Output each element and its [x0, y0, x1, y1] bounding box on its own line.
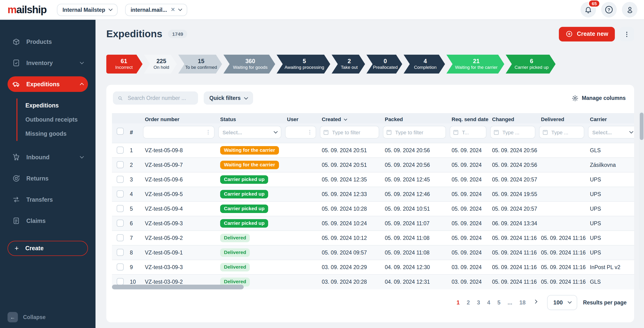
packed-cell: 05. 09. 2024 20:56: [381, 143, 448, 158]
horizontal-scrollbar-thumb[interactable]: [112, 284, 244, 289]
notifications-button[interactable]: 65: [580, 2, 596, 18]
pipeline-step[interactable]: 360Waiting for goods: [224, 55, 275, 74]
row-checkbox[interactable]: [116, 234, 124, 241]
filter-status-select[interactable]: Select...: [218, 126, 281, 138]
row-checkbox[interactable]: [116, 278, 124, 285]
row-checkbox[interactable]: [116, 161, 124, 168]
row-checkbox[interactable]: [116, 146, 124, 153]
user-cell: [283, 231, 318, 245]
main-content: Expeditions 1749 Create new ⋮ 61Incorrec…: [96, 20, 644, 328]
sidebar-item-products[interactable]: Products: [8, 34, 88, 50]
pipeline-step[interactable]: 225On hold: [144, 55, 177, 74]
column-header-user[interactable]: User: [283, 113, 318, 123]
page-number[interactable]: 3: [477, 299, 480, 306]
sidebar-item-expeditions[interactable]: Expeditions: [8, 76, 88, 92]
column-header-carrier[interactable]: Carrier: [586, 113, 634, 123]
delivered-cell: [537, 158, 586, 172]
filter-order-number[interactable]: ⋮: [143, 126, 214, 138]
page-actions-menu-button[interactable]: ⋮: [620, 27, 634, 41]
pipeline-step[interactable]: 0Preallocated: [366, 55, 402, 74]
filter-packed-date[interactable]: [383, 126, 446, 138]
row-checkbox[interactable]: [116, 249, 124, 256]
page-number[interactable]: 4: [487, 299, 490, 306]
sidebar-subitem-missing-goods[interactable]: Missing goods: [18, 127, 96, 141]
table-row[interactable]: 2 VZ-test-05-09-7 Waiting for the carrie…: [112, 158, 634, 172]
table-row[interactable]: 4 VZ-test-05-09-5 Carrier picked up 05. …: [112, 187, 634, 202]
pipeline-step[interactable]: 5Awaiting processing: [276, 55, 330, 74]
row-checkbox[interactable]: [116, 176, 124, 183]
horizontal-scrollbar[interactable]: [112, 284, 628, 289]
column-header-created[interactable]: Created: [318, 113, 381, 123]
calendar-icon: [454, 130, 458, 134]
sidebar-subitem-outbound-receipts[interactable]: Outbound receipts: [18, 113, 96, 127]
quick-filters-button[interactable]: Quick filters: [204, 91, 253, 105]
filter-req-send-date[interactable]: [450, 126, 486, 138]
vertical-scrollbar-thumb[interactable]: [640, 113, 643, 140]
row-checkbox[interactable]: [116, 205, 124, 212]
changed-cell: 05. 09. 2024 19:55: [488, 187, 537, 202]
filter-changed-date[interactable]: [490, 126, 535, 138]
sidebar-item-transfers[interactable]: Transfers: [8, 192, 88, 207]
help-button[interactable]: ?: [601, 2, 617, 18]
vertical-scrollbar[interactable]: [639, 111, 644, 290]
changed-cell: 05. 09. 2024 11:16: [488, 260, 537, 274]
table-row[interactable]: 5 VZ-test-05-09-4 Carrier picked up 05. …: [112, 202, 634, 216]
search-input[interactable]: [127, 95, 193, 101]
clear-icon[interactable]: ✕: [171, 7, 175, 12]
pipeline-step[interactable]: 15To be confirmed: [178, 55, 222, 74]
organization-select[interactable]: Internal Mailstep: [57, 4, 118, 16]
order-number-cell: VZ-test-05-09-1: [141, 245, 216, 260]
account-button[interactable]: [622, 2, 638, 18]
column-header-changed[interactable]: Changed: [488, 113, 537, 123]
page-number[interactable]: 5: [497, 299, 500, 306]
create-new-button[interactable]: Create new: [559, 27, 615, 41]
table-row[interactable]: 7 VZ-test-05-09-2 Delivered 05. 09. 2024…: [112, 231, 634, 245]
sidebar-create-button[interactable]: + Create: [8, 241, 88, 256]
column-header-req-send-date[interactable]: Req. send date: [448, 113, 488, 123]
row-checkbox[interactable]: [116, 263, 124, 270]
sidebar-subitem-expeditions[interactable]: Expeditions: [18, 98, 96, 113]
row-checkbox[interactable]: [116, 190, 124, 197]
sidebar-item-inventory[interactable]: Inventory: [8, 55, 88, 71]
status-badge: Delivered: [220, 263, 250, 271]
status-badge: Delivered: [220, 234, 250, 242]
column-header-order-number[interactable]: Order number: [141, 113, 216, 123]
pipeline-step[interactable]: 4Completion: [404, 55, 445, 74]
column-header-packed[interactable]: Packed: [381, 113, 448, 123]
req-send-date-cell: 05. 09. 2024: [448, 143, 488, 158]
carrier-cell: UPS: [586, 187, 634, 202]
page-number[interactable]: 18: [519, 299, 526, 306]
filter-user[interactable]: ⋮: [285, 126, 316, 138]
sidebar-item-returns[interactable]: Returns: [8, 171, 88, 186]
question-icon: ?: [604, 5, 614, 15]
sidebar-item-claims[interactable]: Claims: [8, 213, 88, 229]
environment-select[interactable]: internal.mail... ✕: [125, 4, 187, 16]
column-header-delivered[interactable]: Delivered: [537, 113, 586, 123]
table-row[interactable]: 8 VZ-test-05-09-1 Delivered 05. 09. 2024…: [112, 245, 634, 260]
filter-delivered-date[interactable]: [539, 126, 584, 138]
table-row[interactable]: 9 VZ-test-03-09-3 Delivered 03. 09. 2024…: [112, 260, 634, 274]
pipeline-step[interactable]: 61Incorrect: [106, 55, 142, 74]
row-checkbox[interactable]: [116, 219, 124, 226]
pipeline-step[interactable]: 21Waiting for the carrier: [446, 55, 504, 74]
table-row[interactable]: 6 VZ-test-05-09-3 Carrier picked up 05. …: [112, 216, 634, 231]
collapse-button[interactable]: ← Collapse: [8, 312, 46, 322]
select-all-checkbox[interactable]: [116, 128, 124, 135]
page-number[interactable]: 1: [456, 299, 460, 306]
pipeline-step[interactable]: 2Take out: [332, 55, 365, 74]
sidebar-item-inbound[interactable]: Inbound: [8, 149, 88, 165]
manage-columns-button[interactable]: Manage columns: [571, 94, 628, 102]
column-header-status[interactable]: Status: [216, 113, 283, 123]
table-row[interactable]: 1 VZ-test-05-09-8 Waiting for the carrie…: [112, 143, 634, 158]
next-page-button[interactable]: [534, 302, 537, 303]
filter-carrier-select[interactable]: Select...: [588, 126, 634, 138]
results-per-page-select[interactable]: 100: [547, 295, 578, 310]
table-row[interactable]: 3 VZ-test-05-09-6 Carrier picked up 05. …: [112, 172, 634, 187]
filter-created-date[interactable]: [320, 126, 379, 138]
results-per-page-label: Results per page: [583, 300, 626, 305]
page-number[interactable]: 2: [467, 299, 470, 306]
calendar-icon: [494, 130, 499, 134]
chevron-down-icon: [108, 7, 112, 11]
pipeline-step[interactable]: 6Carrier picked up: [506, 55, 556, 74]
search-box[interactable]: [113, 91, 198, 105]
